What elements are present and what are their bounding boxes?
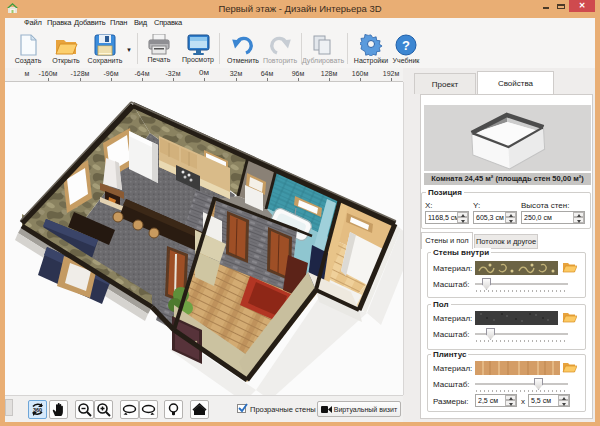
svg-text:360: 360	[33, 407, 42, 413]
svg-text:?: ?	[402, 38, 410, 53]
